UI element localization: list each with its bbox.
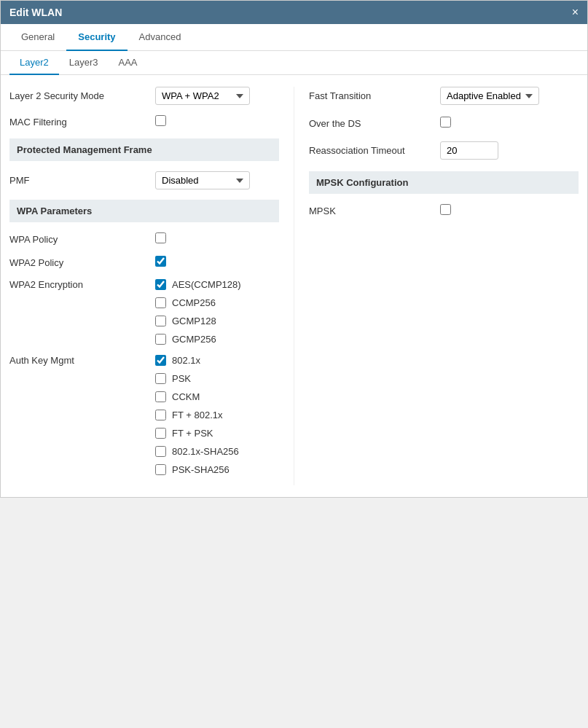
sub-tab-aaa[interactable]: AAA	[109, 51, 148, 75]
wpa2-enc-gcmp128-checkbox[interactable]	[155, 316, 166, 326]
auth-ft-8021x-label: FT + 802.1x	[172, 410, 223, 420]
wpa2-policy-row: WPA2 Policy	[9, 256, 279, 269]
wpa2-policy-label: WPA2 Policy	[9, 257, 155, 268]
mac-filtering-control	[155, 115, 279, 128]
wpa2-enc-gcmp128-label: GCMP128	[172, 316, 216, 326]
mpsk-label: MPSK	[309, 206, 440, 216]
auth-key-mgmt-label: Auth Key Mgmt	[9, 355, 155, 366]
auth-psk-label: PSK	[172, 373, 191, 384]
tab-general[interactable]: General	[9, 24, 66, 51]
wpa-policy-checkbox[interactable]	[155, 232, 166, 243]
mpsk-checkbox[interactable]	[440, 204, 451, 215]
wpa2-enc-aes-label: AES(CCMP128)	[172, 279, 241, 290]
fast-transition-label: Fast Transition	[309, 90, 440, 101]
auth-cckm-checkbox[interactable]	[155, 391, 166, 402]
mpsk-row: MPSK	[309, 204, 579, 217]
auth-ft-8021x-item: FT + 802.1x	[155, 410, 279, 420]
mac-filtering-row: MAC Filtering	[9, 115, 279, 128]
over-the-ds-checkbox[interactable]	[440, 117, 451, 128]
auth-8021x-sha256-label: 802.1x-SHA256	[172, 446, 239, 457]
top-tabs-container: General Security Advanced	[1, 24, 587, 51]
auth-psk-checkbox[interactable]	[155, 373, 166, 384]
wpa2-policy-control	[155, 256, 279, 269]
auth-8021x-checkbox[interactable]	[155, 355, 166, 366]
auth-ft-psk-checkbox[interactable]	[155, 428, 166, 439]
wpa2-policy-checkbox[interactable]	[155, 256, 166, 267]
layer2-security-mode-select[interactable]: WPA + WPA2 None WPA2 WPA3	[155, 87, 250, 105]
over-the-ds-row: Over the DS	[309, 117, 579, 130]
auth-key-mgmt-control: 802.1x PSK CCKM FT + 802.1x	[155, 355, 279, 475]
wpa2-enc-gcmp256-checkbox[interactable]	[155, 334, 166, 345]
pmf-label: PMF	[9, 175, 155, 186]
wpa2-encryption-label: WPA2 Encryption	[9, 279, 155, 290]
auth-8021x-sha256-checkbox[interactable]	[155, 446, 166, 457]
auth-8021x-item: 802.1x	[155, 355, 279, 366]
sub-tab-layer2[interactable]: Layer2	[9, 51, 59, 75]
wpa-parameters-section: WPA Parameters	[9, 200, 279, 222]
wpa-policy-label: WPA Policy	[9, 234, 155, 245]
wpa2-enc-ccmp256-checkbox[interactable]	[155, 297, 166, 308]
auth-psk-sha256-item: PSK-SHA256	[155, 464, 279, 475]
wpa2-enc-aes-item: AES(CCMP128)	[155, 279, 279, 290]
pmf-control: Disabled Optional Required	[155, 171, 279, 189]
auth-key-mgmt-group: 802.1x PSK CCKM FT + 802.1x	[155, 355, 279, 475]
auth-ft-psk-item: FT + PSK	[155, 428, 279, 439]
auth-ft-8021x-checkbox[interactable]	[155, 410, 166, 420]
auth-ft-psk-label: FT + PSK	[172, 428, 213, 439]
wpa2-enc-gcmp128-item: GCMP128	[155, 316, 279, 326]
fast-transition-row: Fast Transition Adaptive Enabled Disable…	[309, 87, 579, 105]
wpa2-enc-aes-checkbox[interactable]	[155, 279, 166, 290]
mac-filtering-checkbox[interactable]	[155, 115, 166, 126]
auth-psk-sha256-checkbox[interactable]	[155, 464, 166, 475]
right-panel: Fast Transition Adaptive Enabled Disable…	[294, 87, 579, 485]
auth-psk-item: PSK	[155, 373, 279, 384]
pmf-select[interactable]: Disabled Optional Required	[155, 171, 250, 189]
wpa2-enc-ccmp256-label: CCMP256	[172, 297, 216, 308]
wpa-policy-control	[155, 232, 279, 246]
mpsk-configuration-section: MPSK Configuration	[309, 171, 579, 194]
auth-key-mgmt-row: Auth Key Mgmt 802.1x PSK CCK	[9, 355, 279, 475]
close-button[interactable]: ×	[572, 7, 579, 18]
sub-tabs-container: Layer2 Layer3 AAA	[1, 51, 587, 75]
fast-transition-control: Adaptive Enabled Disabled Enabled	[440, 87, 579, 105]
tab-advanced[interactable]: Advanced	[128, 24, 193, 51]
over-the-ds-label: Over the DS	[309, 118, 440, 129]
reassociation-timeout-control	[440, 141, 579, 160]
modal-title: Edit WLAN	[9, 7, 62, 18]
reassociation-timeout-input[interactable]	[440, 141, 498, 160]
mpsk-control	[440, 204, 579, 217]
left-panel: Layer 2 Security Mode WPA + WPA2 None WP…	[9, 87, 294, 485]
layer2-security-mode-control: WPA + WPA2 None WPA2 WPA3	[155, 87, 279, 105]
auth-8021x-sha256-item: 802.1x-SHA256	[155, 446, 279, 457]
sub-tab-layer3[interactable]: Layer3	[59, 51, 109, 75]
auth-psk-sha256-label: PSK-SHA256	[172, 464, 230, 475]
wpa2-enc-ccmp256-item: CCMP256	[155, 297, 279, 308]
layer2-security-mode-row: Layer 2 Security Mode WPA + WPA2 None WP…	[9, 87, 279, 105]
wpa2-enc-gcmp256-label: GCMP256	[172, 334, 216, 345]
content-area: Layer 2 Security Mode WPA + WPA2 None WP…	[1, 75, 587, 497]
reassociation-timeout-row: Reassociation Timeout	[309, 141, 579, 160]
mac-filtering-label: MAC Filtering	[9, 117, 155, 128]
wpa-policy-row: WPA Policy	[9, 232, 279, 246]
tab-security[interactable]: Security	[66, 24, 127, 51]
edit-wlan-modal: Edit WLAN × General Security Advanced La…	[0, 0, 588, 498]
protected-mgmt-frame-section: Protected Management Frame	[9, 138, 279, 161]
fast-transition-select[interactable]: Adaptive Enabled Disabled Enabled	[440, 87, 539, 105]
wpa2-enc-gcmp256-item: GCMP256	[155, 334, 279, 345]
pmf-row: PMF Disabled Optional Required	[9, 171, 279, 189]
over-the-ds-control	[440, 117, 579, 130]
layer2-security-mode-label: Layer 2 Security Mode	[9, 90, 155, 101]
modal-header: Edit WLAN ×	[1, 1, 587, 24]
wpa2-encryption-control: AES(CCMP128) CCMP256 GCMP128 GCMP25	[155, 279, 279, 345]
auth-8021x-label: 802.1x	[172, 355, 200, 366]
reassociation-timeout-label: Reassociation Timeout	[309, 145, 440, 156]
wpa2-encryption-row: WPA2 Encryption AES(CCMP128) CCMP256	[9, 279, 279, 345]
auth-cckm-label: CCKM	[172, 391, 200, 402]
wpa2-encryption-group: AES(CCMP128) CCMP256 GCMP128 GCMP25	[155, 279, 279, 345]
auth-cckm-item: CCKM	[155, 391, 279, 402]
